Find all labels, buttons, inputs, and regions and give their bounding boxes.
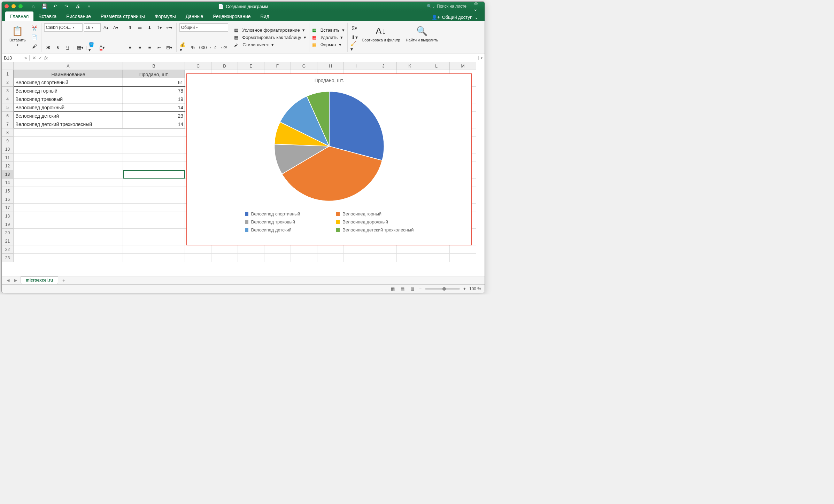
cell[interactable]	[123, 170, 185, 179]
format-painter-icon[interactable]: 🖌	[31, 42, 38, 50]
cell[interactable]	[14, 162, 123, 170]
cell[interactable]	[423, 245, 450, 254]
border-icon[interactable]: ▦▾	[76, 43, 84, 52]
align-bottom-icon[interactable]: ⬇	[146, 23, 154, 32]
row-header[interactable]: 14	[2, 179, 14, 187]
column-header[interactable]: C	[185, 62, 211, 70]
align-middle-icon[interactable]: ═	[136, 23, 144, 32]
row-header[interactable]: 5	[2, 103, 14, 112]
formula-bar-expand-icon[interactable]: ▾	[478, 56, 485, 60]
redo-icon[interactable]: ↷	[62, 3, 71, 10]
cell[interactable]	[397, 245, 423, 254]
insert-cells-button[interactable]: ▦ Вставить ▾	[312, 27, 345, 33]
cell[interactable]	[317, 245, 344, 254]
cell[interactable]	[238, 254, 264, 262]
cell[interactable]	[123, 254, 185, 262]
row-header[interactable]: 13	[2, 170, 14, 179]
view-normal-icon[interactable]: ▦	[390, 286, 396, 292]
cell[interactable]	[397, 254, 423, 262]
cut-icon[interactable]: ✂️	[31, 24, 38, 32]
cell[interactable]	[14, 229, 123, 237]
name-box[interactable]: B13 ⇅	[2, 55, 30, 61]
column-header[interactable]: B	[123, 62, 185, 70]
row-header[interactable]: 6	[2, 112, 14, 120]
cond-format-button[interactable]: ▦ Условное форматирование ▾	[234, 27, 306, 33]
font-color-icon[interactable]: A▾	[98, 43, 106, 52]
column-header[interactable]: F	[264, 62, 291, 70]
share-button[interactable]: 👤+ Общий доступ ⌄	[429, 13, 481, 21]
align-right-icon[interactable]: ≡	[146, 43, 154, 52]
column-header[interactable]: I	[344, 62, 370, 70]
cell[interactable]: Велосипед трековый	[14, 95, 123, 103]
row-header[interactable]: 1	[2, 70, 14, 78]
row-header[interactable]: 17	[2, 204, 14, 212]
cell[interactable]	[211, 245, 238, 254]
dec-decrease-icon[interactable]: →,00	[218, 43, 227, 52]
cell[interactable]	[123, 229, 185, 237]
cell[interactable]	[344, 245, 370, 254]
bold-button[interactable]: Ж	[44, 43, 53, 52]
orientation-icon[interactable]: ⤴▾	[155, 23, 164, 32]
select-all-corner[interactable]	[2, 62, 14, 70]
qat-dropdown-icon[interactable]: ▾	[85, 3, 93, 10]
comma-icon[interactable]: 000	[199, 43, 207, 52]
cell[interactable]: 61	[123, 78, 185, 87]
row-header[interactable]: 21	[2, 237, 14, 245]
close-icon[interactable]	[5, 4, 9, 8]
cell-styles-button[interactable]: 🖌 Стили ячеек ▾	[234, 42, 306, 47]
cell[interactable]: 78	[123, 87, 185, 95]
cell[interactable]	[238, 245, 264, 254]
row-header[interactable]: 4	[2, 95, 14, 103]
row-header[interactable]: 18	[2, 212, 14, 220]
cell[interactable]: Велосипед дорожный	[14, 103, 123, 112]
grow-font-icon[interactable]: A▴	[102, 23, 110, 32]
chart-object[interactable]: Продано, шт. Велосипед спортивныйВелосип…	[186, 73, 472, 245]
zoom-out-icon[interactable]: −	[419, 286, 422, 291]
cell[interactable]: 19	[123, 95, 185, 103]
cell[interactable]	[123, 195, 185, 204]
row-header[interactable]: 9	[2, 137, 14, 145]
row-header[interactable]: 20	[2, 229, 14, 237]
zoom-level[interactable]: 100 %	[469, 286, 481, 291]
column-header[interactable]: D	[211, 62, 238, 70]
cell[interactable]	[123, 220, 185, 229]
cell[interactable]	[123, 153, 185, 162]
zoom-slider[interactable]	[425, 288, 460, 290]
row-header[interactable]: 7	[2, 120, 14, 128]
align-center-icon[interactable]: ≡	[136, 43, 144, 52]
cell[interactable]: Велосипед горный	[14, 87, 123, 95]
cell[interactable]	[14, 145, 123, 153]
cell[interactable]	[14, 212, 123, 220]
cell[interactable]	[14, 237, 123, 245]
delete-cells-button[interactable]: ▦ Удалить ▾	[312, 35, 345, 40]
cell[interactable]	[123, 145, 185, 153]
cell[interactable]	[14, 245, 123, 254]
cell[interactable]	[123, 137, 185, 145]
autosum-icon[interactable]: Σ▾	[350, 24, 358, 32]
column-header[interactable]: E	[238, 62, 264, 70]
cell[interactable]	[14, 137, 123, 145]
row-header[interactable]: 8	[2, 128, 14, 137]
search-box[interactable]: 🔍⌄ Поиск на листе	[427, 4, 466, 9]
cell[interactable]	[123, 237, 185, 245]
cell[interactable]	[14, 128, 123, 137]
cell[interactable]	[14, 254, 123, 262]
cell[interactable]	[14, 170, 123, 179]
zoom-in-icon[interactable]: +	[463, 286, 466, 291]
row-header[interactable]: 2	[2, 78, 14, 87]
cell[interactable]: 23	[123, 112, 185, 120]
wrap-text-icon[interactable]: ↩▾	[165, 23, 173, 32]
cell[interactable]	[123, 162, 185, 170]
cell[interactable]: 14	[123, 120, 185, 128]
view-page-break-icon[interactable]: ▥	[409, 286, 416, 292]
format-table-button[interactable]: ▦ Форматировать как таблицу ▾	[234, 35, 306, 40]
row-header[interactable]: 11	[2, 153, 14, 162]
cell[interactable]	[14, 195, 123, 204]
cell[interactable]	[123, 212, 185, 220]
cell[interactable]: Наименование	[14, 70, 123, 78]
cell[interactable]	[185, 245, 211, 254]
fill-icon[interactable]: ⬇▾	[350, 33, 358, 41]
column-header[interactable]: J	[370, 62, 397, 70]
column-header[interactable]: K	[397, 62, 423, 70]
view-page-layout-icon[interactable]: ▤	[400, 286, 406, 292]
